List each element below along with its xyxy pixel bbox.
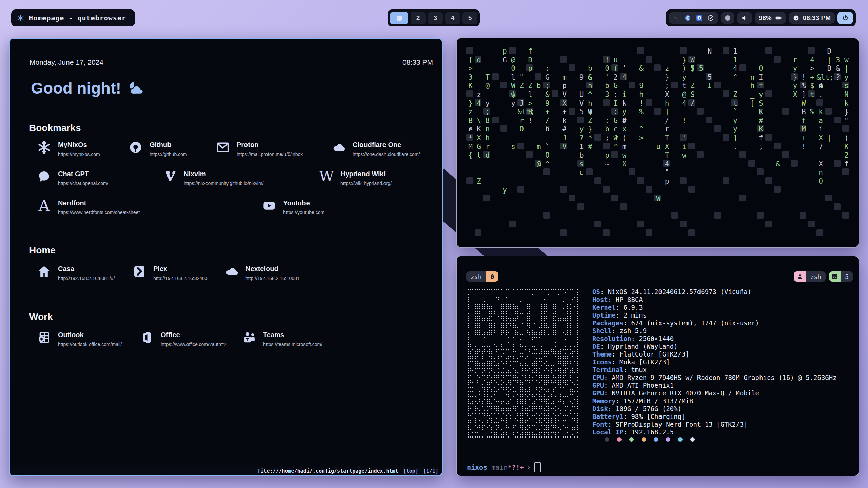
bookmark-link[interactable]: Cloudflare One https://one.dash.cloudfla… <box>332 140 420 157</box>
bookmark-link[interactable]: Chat GPT https://chat.openai.com/ <box>37 169 108 186</box>
tmux-session-counter[interactable]: 5 <box>829 271 853 282</box>
svg-text:T: T <box>246 337 249 342</box>
speaker-icon <box>741 15 748 21</box>
bookmark-name: Cloudflare One <box>353 141 420 149</box>
fetch-info-line: Local IP: 192.168.2.5 <box>592 428 837 436</box>
bookmark-link[interactable]: Office https://www.office.com/?auth=2 <box>140 330 226 347</box>
bookmark-link[interactable]: Youtube https://youtube.com <box>262 199 324 215</box>
greeting: Good night! <box>31 79 146 97</box>
bookmark-link[interactable]: Nixvim https://nix-community.github.io/n… <box>163 169 264 186</box>
top-bar: Homepage - qutebrowser 2345 <box>0 0 868 30</box>
prompt-host: nixos <box>467 463 487 471</box>
statusbar-scroll-position: [top] <box>403 468 418 474</box>
section-title-work: Work <box>29 311 53 322</box>
bookmark-link[interactable]: T Teams https://teams.microsoft.com/_ <box>242 330 325 347</box>
bookmark-url: http://192.168.2.16:32400 <box>153 276 208 281</box>
fetch-info-line: DE: Hyprland (Wayland) <box>592 343 837 350</box>
fetch-info-line: Resolution: 868×488 <box>592 335 837 343</box>
terminal-color-palette <box>605 437 695 442</box>
fetch-info-line: Font: SFProDisplay Nerd Font 13 [GTK2/3] <box>592 421 837 428</box>
fetch-info-line: Memory: 1577MiB / 31377MiB <box>592 397 837 405</box>
bookmark-name: Github <box>150 141 187 149</box>
focused-window-title-widget[interactable]: Homepage - qutebrowser <box>11 9 135 26</box>
bookmark-link[interactable]: Proton https://mail.proton.me/u/0/inbox <box>216 140 303 157</box>
bookmark-link[interactable]: Plex http://192.168.2.16:32400 <box>132 264 208 281</box>
workspace-5[interactable]: 5 <box>462 12 477 24</box>
bitwarden-shield-icon[interactable] <box>696 15 703 21</box>
workspace-3[interactable]: 3 <box>428 12 443 24</box>
bookmark-name: Hyprland Wiki <box>340 170 392 178</box>
terminal-cursor <box>534 462 541 472</box>
battery-percent: 98% <box>759 14 772 22</box>
teams-icon: T <box>242 330 256 345</box>
clock-time: 08:33 PM <box>803 14 831 22</box>
bookmark-name: Youtube <box>283 199 324 207</box>
git-flags: *?!+ <box>508 463 524 471</box>
bookmark-name: Nerdfont <box>58 199 140 207</box>
fetch-info-line: Icons: Moka [GTK2/3] <box>592 358 837 366</box>
nix-snowflake-icon <box>37 140 51 155</box>
workspace-1[interactable] <box>390 12 408 24</box>
fetch-info-line: Battery1: 98% [Charging] <box>592 413 837 421</box>
bookmark-name: Chat GPT <box>58 170 108 178</box>
bookmark-link[interactable]: W Hyprland Wiki https://wiki.hyprland.or… <box>319 169 392 186</box>
power-button[interactable] <box>837 12 853 24</box>
bookmark-name: Proton <box>237 141 303 149</box>
fetch-info-line: CPU: AMD Ryzen 9 7940HS w/ Radeon 780M G… <box>592 374 837 382</box>
bookmark-link[interactable]: A Nerdfont https://www.nerdfonts.com/che… <box>37 199 140 215</box>
bookmark-link[interactable]: Outlook https://outlook.office.com/mail/ <box>37 330 122 347</box>
outlook-icon <box>37 330 51 345</box>
chat-bubble-icon <box>37 169 51 184</box>
fetch-info-line: Packages: 674 (nix-system), 1747 (nix-us… <box>592 319 837 327</box>
matrix-terminal-window[interactable]: !>3K}zB>*M{d_z4\KXGtT@y;8nhrdpG@0lWwy"ZJ… <box>456 38 859 248</box>
bookmark-name: MyNixOs <box>58 141 100 149</box>
statusbar-url: file:///home/hadi/.config/startpage/inde… <box>257 468 398 474</box>
palette-color-dot <box>642 437 646 442</box>
greeting-text: Good night! <box>31 79 121 97</box>
bookmark-name: Casa <box>58 265 115 273</box>
vim-icon <box>163 169 177 184</box>
check-circle-icon[interactable] <box>707 15 714 21</box>
system-tray <box>669 12 718 24</box>
qutebrowser-statusbar[interactable]: file:///home/hadi/.config/startpage/inde… <box>10 467 442 475</box>
bookmark-link[interactable]: Github https://github.com <box>129 140 187 157</box>
bookmark-link[interactable]: Casa http://192.168.2.16:8081/#/ <box>37 264 115 281</box>
tmux-session-left[interactable]: zsh 0 <box>466 271 498 282</box>
terminal-icon <box>829 271 841 282</box>
fastfetch-ascii-art <box>467 289 579 438</box>
battery-widget[interactable]: 98% <box>755 12 786 24</box>
workspace-4[interactable]: 4 <box>445 12 460 24</box>
shell-prompt[interactable]: nixos main*?!+ › <box>467 462 541 472</box>
volume-button[interactable] <box>737 12 752 24</box>
workspace-switcher: 2345 <box>388 9 480 26</box>
cloud-icon <box>332 140 346 155</box>
status-cluster: 98% 08:33 PM <box>666 9 856 26</box>
bookmark-url: https://wiki.hyprland.org/ <box>340 181 392 186</box>
clock-widget[interactable]: 08:33 PM <box>789 12 835 24</box>
fetch-info-line: Host: HP 8BCA <box>592 296 837 304</box>
fetch-info-line: OS: NixOS 24.11.20240612.57d6973 (Vicuña… <box>592 288 837 296</box>
plex-icon <box>132 264 146 279</box>
bookmark-name: Nextcloud <box>245 265 300 273</box>
fetch-info-line: Uptime: 2 mins <box>592 311 837 319</box>
workspace-2[interactable]: 2 <box>411 12 426 24</box>
bookmark-url: http://192.168.2.16:8081/#/ <box>58 276 115 281</box>
bluetooth-icon[interactable] <box>684 15 691 21</box>
clock-icon <box>793 15 800 21</box>
palette-color-dot <box>617 437 622 442</box>
cmatrix-output: !>3K}zB>*M{d_z4\KXGtT@y;8nhrdpG@0lWwy"ZJ… <box>466 47 849 240</box>
bookmark-url: https://nix-community.github.io/nixvim/ <box>184 181 264 186</box>
bookmark-link[interactable]: MyNixOs https://mynixos.com <box>37 140 100 157</box>
tmux-window-index: 0 <box>486 271 499 282</box>
bookmark-link[interactable]: Nextcloud http://192.168.2.16:10081 <box>224 264 300 281</box>
palette-color-dot <box>666 437 670 442</box>
fetch-terminal-window[interactable]: zsh 0 zsh 5 OS: NixOS 24.11.20240612.57d… <box>456 256 859 476</box>
kdeconnect-icon[interactable] <box>673 15 679 21</box>
fetch-info-line: Shell: zsh 5.9 <box>592 327 837 335</box>
idle-inhibitor-button[interactable] <box>721 12 734 24</box>
statusbar-tab-counter: [1/1] <box>423 468 438 474</box>
bookmark-url: https://mail.proton.me/u/0/inbox <box>237 151 303 157</box>
qutebrowser-window: Monday, June 17, 2024 08:33 PM Good nigh… <box>9 38 443 476</box>
tmux-user-widget[interactable]: zsh <box>794 271 826 282</box>
office-icon <box>140 330 154 345</box>
